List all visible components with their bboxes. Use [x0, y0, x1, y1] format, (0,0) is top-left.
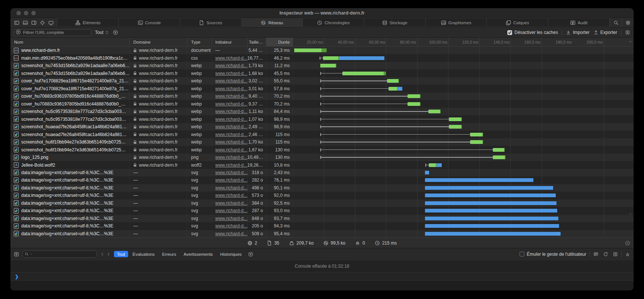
- emulate-user-gesture-checkbox[interactable]: Émuler le geste de l'utilisateur: [520, 252, 586, 257]
- cell-initiator[interactable]: www.richard-d…: [212, 192, 248, 199]
- table-row[interactable]: data:image/svg+xml;charset=utf-8,%3C…%3E…: [10, 176, 634, 184]
- next-result-button[interactable]: [106, 252, 111, 256]
- cell-initiator[interactable]: www.richard-d…: [212, 176, 248, 184]
- inspect-element-icon[interactable]: [40, 20, 45, 25]
- traffic-lights[interactable]: [16, 11, 36, 15]
- table-row[interactable]: screenshot_huaead7fe26a8458fcac1a46b824a…: [10, 130, 634, 138]
- console-filter-icon[interactable]: [14, 252, 19, 257]
- close-button[interactable]: [16, 11, 21, 15]
- cell-initiator[interactable]: www.richard-d…: [212, 54, 248, 62]
- cell-initiator[interactable]: www.richard-d…: [212, 69, 248, 77]
- cell-initiator[interactable]: www.richard-d…: [212, 169, 248, 176]
- export-button[interactable]: Exporter: [593, 30, 617, 35]
- tab-sources[interactable]: Sources: [180, 18, 242, 27]
- cell-initiator[interactable]: www.richard-d…: [212, 222, 248, 230]
- cell-initiator[interactable]: www.richard-d…: [212, 100, 248, 107]
- cell-initiator[interactable]: www.richard-d…: [212, 215, 248, 222]
- console-search-field[interactable]: [22, 251, 97, 258]
- settings-tab[interactable]: [622, 18, 634, 27]
- cell-initiator[interactable]: www.richard-d…: [212, 123, 248, 130]
- table-row[interactable]: cover_hu70883c936197805bd916c4488876d0b0…: [10, 100, 634, 107]
- tab-graphics[interactable]: Graphismes: [425, 18, 487, 27]
- clear-network-button[interactable]: [625, 30, 630, 35]
- console-filter-options-button[interactable]: [248, 252, 253, 257]
- zoom-button[interactable]: [31, 11, 36, 15]
- help-icon[interactable]: ?: [625, 240, 630, 246]
- table-row[interactable]: data:image/svg+xml;charset=utf-8,%3C…%3E…: [10, 199, 634, 207]
- cell-initiator[interactable]: www.richard-d…: [212, 184, 248, 192]
- col-name[interactable]: Nom: [10, 38, 130, 46]
- console-scope-avertissements[interactable]: Avertissements: [181, 251, 216, 257]
- scroll-up-icon[interactable]: [628, 40, 632, 44]
- col-domain[interactable]: Domaine: [130, 38, 187, 46]
- cell-initiator[interactable]: www.richard-d…: [212, 130, 248, 138]
- dock-left-icon[interactable]: [14, 20, 19, 25]
- table-row[interactable]: screenshot_hu5c957353818e777ca27d3c3cba0…: [10, 115, 634, 123]
- table-row[interactable]: AJellee-Bold.woff2www.richard-dern.frwof…: [10, 161, 634, 169]
- search-tab[interactable]: [610, 18, 622, 27]
- table-row[interactable]: screenshot_hu7453d15b6b2a929e1adaa8e7a06…: [10, 62, 634, 69]
- table-row[interactable]: screenshot_hu7453d15b6b2a929e1adaa8e7a06…: [10, 69, 634, 77]
- console-prompt[interactable]: ❯: [10, 273, 634, 281]
- table-row[interactable]: cssmain.min.d9924575ec0bba420589a48d5190…: [10, 54, 634, 62]
- console-messages-icon[interactable]: [593, 252, 599, 257]
- dock-right-icon[interactable]: [31, 20, 37, 25]
- cell-initiator[interactable]: www.richard-d…: [212, 62, 248, 69]
- tab-layers[interactable]: Calques: [486, 18, 548, 27]
- table-row[interactable]: logo_125.pngwww.richard-dern.frpngwww.ri…: [10, 154, 634, 161]
- console-scope-all[interactable]: Tout: [114, 251, 128, 257]
- table-row[interactable]: data:image/svg+xml;charset=utf-8,%3C…%3E…: [10, 184, 634, 192]
- url-filter-input[interactable]: [14, 29, 91, 36]
- clear-console-icon[interactable]: [603, 252, 608, 257]
- tab-storage[interactable]: Stockage: [364, 18, 426, 27]
- cell-initiator[interactable]: www.richard-d…: [212, 146, 248, 153]
- table-row[interactable]: data:image/svg+xml;charset=utf-8,%3C…%3E…: [10, 192, 634, 199]
- col-size[interactable]: Taille…: [248, 38, 266, 46]
- tab-console[interactable]: Console: [118, 18, 180, 27]
- tab-elements[interactable]: Éléments: [57, 18, 119, 27]
- cell-initiator[interactable]: www.richard-d…: [212, 85, 248, 92]
- filter-options-button[interactable]: [113, 30, 118, 35]
- cell-initiator[interactable]: www.richard-d…: [212, 138, 248, 146]
- dock-bottom-icon[interactable]: [23, 20, 28, 25]
- cell-initiator[interactable]: www.richard-d…: [212, 161, 248, 169]
- cell-initiator[interactable]: www.richard-d…: [212, 154, 248, 161]
- cell-initiator[interactable]: www.richard-d…: [212, 77, 248, 85]
- type-filter-select[interactable]: Tout: [95, 30, 109, 35]
- table-row[interactable]: data:image/svg+xml;charset=utf-8,%3C…%3E…: [10, 230, 634, 237]
- table-row[interactable]: cover_huf7e1708829ea18f6715e48271400e87a…: [10, 85, 634, 92]
- tab-network[interactable]: Réseau: [241, 18, 303, 27]
- table-row[interactable]: cover_hu70883c936197805bd916c4488876d0b0…: [10, 92, 634, 100]
- previous-result-button[interactable]: [100, 252, 105, 256]
- cell-initiator[interactable]: www.richard-d…: [212, 92, 248, 100]
- cell-initiator[interactable]: www.richard-d…: [212, 230, 248, 237]
- console-scope-erreurs[interactable]: Erreurs: [159, 251, 179, 257]
- table-row[interactable]: screenshot_hu5c957353818e777ca27d3c3cba0…: [10, 108, 634, 115]
- table-row[interactable]: data:image/svg+xml;charset=utf-8,%3C…%3E…: [10, 207, 634, 214]
- import-button[interactable]: Importer: [566, 30, 590, 35]
- expand-console-icon[interactable]: [625, 252, 630, 257]
- device-icon[interactable]: [48, 20, 54, 25]
- minimize-button[interactable]: [24, 11, 28, 15]
- table-row[interactable]: screenshot_hu6f10bb94e27e3d63b651409cb07…: [10, 146, 634, 153]
- trash-icon[interactable]: [613, 252, 618, 257]
- col-type[interactable]: Type: [187, 38, 212, 46]
- cell-initiator[interactable]: www.richard-d…: [212, 108, 248, 115]
- scroll-down-icon[interactable]: [628, 212, 632, 216]
- cell-initiator[interactable]: www.richard-d…: [212, 199, 248, 207]
- cell-initiator[interactable]: www.richard-d…: [212, 115, 248, 123]
- table-row[interactable]: data:image/svg+xml;charset=utf-8,%3C…%3E…: [10, 169, 634, 176]
- tab-audit[interactable]: Audit: [548, 18, 610, 27]
- tab-clock[interactable]: Chronologies: [302, 18, 364, 27]
- table-row[interactable]: screenshot_hu6f10bb94e27e3d63b651409cb07…: [10, 138, 634, 146]
- col-duration[interactable]: Durée: [266, 38, 293, 46]
- console-scope-évaluations[interactable]: Évaluations: [130, 251, 158, 257]
- table-row[interactable]: data:image/svg+xml;charset=utf-8,%3C…%3E…: [10, 222, 634, 230]
- cell-initiator[interactable]: www.richard-d…: [212, 207, 248, 214]
- disable-caches-checkbox[interactable]: Désactiver les caches: [507, 30, 558, 35]
- table-row[interactable]: cover_huf7e1708829ea18f6715e48271400e87a…: [10, 77, 634, 85]
- col-initiator[interactable]: Initiateur: [212, 38, 248, 46]
- table-row[interactable]: data:image/svg+xml;charset=utf-8,%3C…%3E…: [10, 215, 634, 222]
- console-scope-historiques[interactable]: Historiques: [217, 251, 245, 257]
- table-row[interactable]: screenshot_huaead7fe26a8458fcac1a46b824a…: [10, 123, 634, 130]
